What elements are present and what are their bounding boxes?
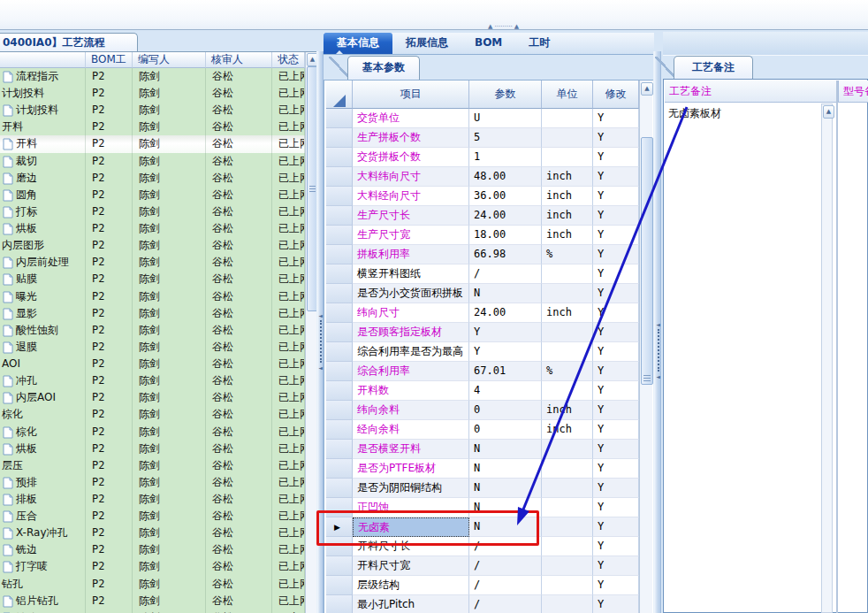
param-item-cell[interactable]: 横竖开料图纸 (353, 264, 469, 284)
process-row[interactable]: 显影P2陈剑谷松已上网 (0, 305, 305, 322)
param-value-cell[interactable]: N (469, 440, 542, 459)
process-row[interactable]: 计划投料P2陈剑谷松已上网 (0, 102, 305, 119)
process-row[interactable]: 层压P2陈剑谷松已上网 (0, 457, 305, 474)
left-scrollbar[interactable]: ▲ (305, 52, 316, 613)
column-header[interactable]: 编写人 (133, 52, 206, 68)
process-row[interactable]: 棕化P2陈剑谷松已上网 (0, 424, 305, 441)
process-row[interactable]: 钻孔P2陈剑谷松已上网 (0, 609, 305, 613)
process-row[interactable]: 压合P2陈剑谷松已上网 (0, 508, 305, 525)
process-row[interactable]: 计划投料P2陈剑谷松已上网 (0, 85, 305, 102)
process-row[interactable]: 冲孔P2陈剑谷松已上网 (0, 372, 305, 389)
param-modify-cell[interactable]: Y (593, 342, 639, 362)
table-row[interactable]: 层级结构/Y (326, 576, 639, 595)
process-row[interactable]: 预排P2陈剑谷松已上网 (0, 474, 305, 491)
param-unit-cell[interactable] (542, 264, 593, 284)
param-modify-cell[interactable]: Y (593, 128, 639, 148)
param-modify-cell[interactable]: Y (593, 556, 639, 576)
table-row[interactable]: 是否为阴阳铜结构NY (326, 479, 639, 498)
table-row[interactable]: 纬向尺寸24.00inchY (326, 303, 639, 323)
param-value-cell[interactable]: N (469, 479, 542, 498)
param-scrollbar[interactable]: ▲ (639, 80, 652, 613)
column-header[interactable]: 修改 (593, 80, 639, 109)
tab-selected[interactable]: 基本信息 (324, 33, 392, 54)
param-modify-cell[interactable]: Y (593, 362, 639, 381)
tab-process-flow[interactable]: 0400IA0】工艺流程 (0, 33, 138, 53)
param-modify-cell[interactable]: Y (593, 323, 639, 342)
param-item-cell[interactable]: 是否为阴阳铜结构 (353, 479, 469, 498)
param-item-cell[interactable]: 生产尺寸宽 (353, 226, 469, 245)
param-item-cell[interactable]: 是否为PTFE板材 (353, 459, 469, 479)
process-row[interactable]: 内层前处理P2陈剑谷松已上网 (0, 254, 305, 271)
param-value-cell[interactable]: / (469, 576, 542, 595)
param-value-cell[interactable]: 18.00 (469, 226, 542, 245)
process-row[interactable]: 贴膜P2陈剑谷松已上网 (0, 271, 305, 287)
param-modify-cell[interactable]: Y (593, 459, 639, 479)
param-value-cell[interactable]: 0 (469, 401, 542, 420)
column-header[interactable]: 单位 (542, 80, 593, 109)
param-modify-cell[interactable]: Y (593, 167, 639, 187)
process-row[interactable]: 开料P2陈剑谷松已上网 (0, 119, 305, 135)
param-modify-cell[interactable]: Y (593, 440, 639, 459)
param-item-cell[interactable]: 开料数 (353, 381, 469, 401)
scroll-up-icon[interactable]: ▲ (823, 105, 834, 119)
param-item-cell[interactable]: 纬向尺寸 (353, 303, 469, 323)
param-unit-cell[interactable] (542, 498, 593, 517)
param-value-cell[interactable]: 66.98 (469, 245, 542, 264)
param-value-cell[interactable]: 1 (469, 148, 542, 167)
table-row[interactable]: 经向余料0inchY (326, 420, 639, 440)
tab-basic-parameters[interactable]: 基本参数 (347, 56, 420, 80)
param-unit-cell[interactable]: inch (542, 401, 593, 420)
table-row[interactable]: 大料经向尺寸36.00inchY (326, 187, 639, 206)
process-row[interactable]: AOIP2陈剑谷松已上网 (0, 356, 305, 372)
param-modify-cell[interactable]: Y (593, 537, 639, 556)
param-unit-cell[interactable]: % (542, 245, 593, 264)
table-row[interactable]: 综合利用率是否为最高YY (326, 342, 639, 362)
column-header[interactable]: 参数 (469, 80, 542, 109)
table-row[interactable]: 大料纬向尺寸48.00inchY (326, 167, 639, 187)
param-modify-cell[interactable]: Y (593, 401, 639, 420)
param-modify-cell[interactable]: Y (593, 576, 639, 595)
table-row[interactable]: 开料尺寸宽/Y (326, 556, 639, 576)
param-item-cell[interactable]: 交货拼板个数 (353, 148, 469, 167)
column-header[interactable]: 项目 (353, 80, 469, 109)
table-row[interactable]: 最小孔Pitch/Y (326, 595, 639, 613)
process-row[interactable]: 开料P2陈剑谷松已上网 (0, 135, 305, 152)
param-modify-cell[interactable]: Y (593, 245, 639, 264)
right-splitter[interactable]: ◄◄ (653, 51, 661, 613)
param-modify-cell[interactable]: Y (593, 148, 639, 167)
param-value-cell[interactable]: / (469, 595, 542, 613)
table-row[interactable]: 交货拼板个数1Y (326, 148, 639, 167)
process-row[interactable]: 打标P2陈剑谷松已上网 (0, 203, 305, 220)
param-item-cell[interactable]: 是否为小交货面积拼板 (353, 284, 469, 303)
param-item-cell[interactable]: 是否顾客指定板材 (353, 323, 469, 342)
param-item-cell[interactable]: 生产拼板个数 (353, 128, 469, 148)
param-modify-cell[interactable]: Y (593, 284, 639, 303)
param-value-cell[interactable]: / (469, 264, 542, 284)
table-row[interactable]: 开料数4Y (326, 381, 639, 401)
param-value-cell[interactable]: Y (469, 323, 542, 342)
scroll-up-icon[interactable]: ▲ (641, 82, 653, 96)
column-header[interactable]: 核审人 (206, 52, 272, 68)
model-remarks-column-header[interactable]: 型号备注 (838, 80, 868, 103)
param-modify-cell[interactable]: Y (593, 479, 639, 498)
param-item-cell[interactable]: 最小孔Pitch (353, 595, 469, 613)
param-item-cell[interactable]: 层级结构 (353, 576, 469, 595)
process-row[interactable]: 曝光P2陈剑谷松已上网 (0, 288, 305, 305)
table-row[interactable]: 横竖开料图纸/Y (326, 264, 639, 284)
table-row[interactable]: 综合利用率67.01%Y (326, 362, 639, 381)
param-value-cell[interactable]: N (469, 284, 542, 303)
process-row[interactable]: 排板P2陈剑谷松已上网 (0, 491, 305, 508)
param-value-cell[interactable]: Y (469, 342, 542, 362)
param-item-cell[interactable]: 综合利用率 (353, 362, 469, 381)
param-unit-cell[interactable] (542, 595, 593, 613)
param-unit-cell[interactable] (542, 381, 593, 401)
tab-item[interactable]: 工时 (515, 33, 563, 54)
param-modify-cell[interactable]: Y (593, 226, 639, 245)
param-modify-cell[interactable]: Y (593, 187, 639, 206)
splitter-collapse-icon[interactable]: ◄◄ (656, 321, 660, 379)
table-row[interactable]: 是否为PTFE板材NY (326, 459, 639, 479)
param-unit-cell[interactable] (542, 323, 593, 342)
param-unit-cell[interactable] (542, 517, 593, 537)
param-value-cell[interactable]: N (469, 459, 542, 479)
param-modify-cell[interactable]: Y (593, 109, 639, 128)
